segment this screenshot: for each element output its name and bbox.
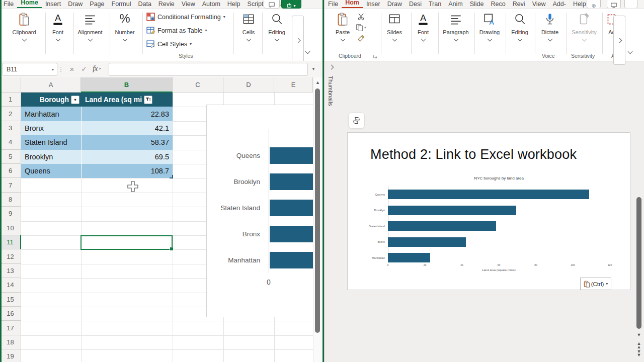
tab-insert[interactable]: Insert [42, 1, 64, 8]
filter-icon[interactable]: ▾ [71, 96, 79, 104]
excel-cells-button[interactable]: Cells [236, 12, 261, 41]
tab-reco[interactable]: Reco [487, 1, 509, 8]
row-header-12[interactable]: 12 [0, 249, 21, 263]
cancel-button[interactable]: × [66, 63, 77, 75]
row-header-16[interactable]: 16 [0, 307, 21, 321]
selected-cell-b11[interactable] [80, 235, 173, 250]
insert-function-button[interactable]: fx▾ [91, 63, 103, 75]
slides-button[interactable]: Slides [383, 12, 406, 41]
tab-hom[interactable]: Hom [342, 0, 363, 8]
ppt-font-button[interactable]: A Font [413, 12, 433, 41]
copilot-button[interactable] [348, 112, 365, 129]
slide-canvas[interactable]: Method 2: Link to Excel workbook NYC bor… [347, 132, 630, 290]
copy-button[interactable]: ▾ [356, 24, 366, 31]
conditional-formatting-button[interactable]: Conditional Formatting ▾ [146, 10, 225, 24]
column-header-C[interactable]: C [173, 77, 223, 93]
excel-floating-chart[interactable]: QueensBrooklynStaten IslandBronxManhatta… [206, 105, 313, 317]
tab-view[interactable]: View [178, 1, 199, 8]
tab-view[interactable]: View [529, 1, 549, 8]
table-resize-handle[interactable] [170, 175, 173, 178]
table-cell-area[interactable]: 58.37 [81, 135, 173, 149]
formula-bar-expand-button[interactable]: ▾ [309, 63, 318, 75]
paste-options-button[interactable]: (Ctrl) ▾ [580, 278, 611, 290]
tab-revi[interactable]: Revi [509, 1, 529, 8]
row-header-1[interactable]: 1 [0, 93, 21, 107]
excel-scrollbar-thumb[interactable] [315, 88, 320, 333]
thumbnails-pane-collapsed[interactable]: Thumbnails [328, 65, 338, 106]
sensitivity-button[interactable]: Sensitivity [568, 12, 600, 41]
cell-styles-button[interactable]: Cell Styles ▾ [146, 37, 225, 51]
row-header-17[interactable]: 17 [0, 321, 21, 335]
ppt-editing-button[interactable]: Editing [508, 12, 532, 41]
fill-handle[interactable] [170, 247, 174, 251]
row-header-6[interactable]: 6 [0, 164, 21, 178]
tab-formul[interactable]: Formul [108, 1, 135, 8]
table-cell-area[interactable]: 108.7 [81, 164, 173, 178]
row-header-15[interactable]: 15 [0, 293, 21, 307]
row-header-7[interactable]: 7 [0, 178, 21, 192]
row-header-13[interactable]: 13 [0, 264, 21, 278]
tab-page[interactable]: Page [86, 1, 108, 8]
row-header-2[interactable]: 2 [0, 107, 21, 121]
drawing-button[interactable]: A Drawing [476, 12, 503, 41]
clipboard-dialog-launcher[interactable] [373, 54, 377, 59]
row-header-9[interactable]: 9 [0, 207, 21, 221]
tab-autom[interactable]: Autom [199, 1, 224, 8]
slide-chart[interactable]: NYC boroughs by land areaQueensBrooklynS… [348, 133, 631, 291]
excel-font-button[interactable]: A Font [47, 12, 68, 41]
excel-ribbon-expand-button[interactable] [292, 16, 304, 65]
format-as-table-button[interactable]: Format as Table ▾ [146, 24, 225, 37]
tab-anim[interactable]: Anim [445, 1, 466, 8]
filter-sort-icon[interactable] [144, 96, 152, 104]
excel-comment-button[interactable] [264, 0, 280, 9]
dictate-button[interactable]: Dictate [537, 12, 563, 41]
table-cell-borough[interactable]: Staten Island [21, 135, 81, 149]
formula-bar-grip[interactable]: ⋮ [58, 63, 63, 75]
ppt-vertical-scrollbar[interactable]: ▼ ▲▲ ▼▼ [635, 65, 643, 362]
row-header-5[interactable]: 5 [0, 150, 21, 164]
tab-draw[interactable]: Draw [64, 1, 86, 8]
table-header-borough[interactable]: Borough▾ [21, 93, 81, 107]
tab-add[interactable]: Add- [549, 1, 570, 8]
window-button[interactable] [624, 0, 637, 9]
tab-desi[interactable]: Desi [406, 1, 425, 8]
tab-file[interactable]: File [0, 1, 17, 8]
excel-vertical-scrollbar[interactable]: ▲ [313, 77, 322, 362]
tab-home[interactable]: Home [17, 0, 42, 8]
row-header-10[interactable]: 10 [0, 221, 21, 235]
tab-slide[interactable]: Slide [466, 1, 488, 8]
scroll-down-icon[interactable]: ▼ [635, 333, 643, 337]
tab-data[interactable]: Data [134, 1, 154, 8]
next-slide-icon[interactable]: ▼▼ [635, 350, 643, 357]
previous-slide-icon[interactable]: ▲▲ [635, 342, 643, 349]
excel-number-button[interactable]: % Number [112, 12, 138, 41]
column-header-B[interactable]: B [81, 77, 173, 93]
row-header-18[interactable]: 18 [0, 335, 21, 349]
scroll-up-icon[interactable]: ▲ [313, 80, 322, 85]
table-cell-borough[interactable]: Bronx [21, 121, 81, 135]
table-cell-borough[interactable]: Manhattan [21, 107, 81, 121]
name-box[interactable]: B11 ▾ [2, 63, 57, 76]
paste-button[interactable]: Paste [332, 12, 354, 41]
tab-file[interactable]: File [325, 1, 342, 8]
tab-revie[interactable]: Revie [155, 1, 178, 8]
column-header-A[interactable]: A [21, 77, 81, 93]
ppt-ribbon-expand-button[interactable] [613, 16, 625, 65]
cut-icon[interactable] [357, 13, 365, 20]
row-header-3[interactable]: 3 [0, 121, 21, 135]
table-cell-borough[interactable]: Brooklyn [21, 150, 81, 164]
table-header-land-area[interactable]: Land Area (sq mi [81, 93, 173, 107]
excel-ribbon-collapse-button[interactable] [306, 48, 309, 53]
ppt-scrollbar-thumb[interactable] [636, 197, 641, 329]
column-header-E[interactable]: E [274, 77, 313, 93]
tab-inser[interactable]: Inser [363, 1, 384, 8]
row-header-19[interactable]: 19 [0, 349, 21, 362]
excel-editing-button[interactable]: Editing [264, 12, 289, 41]
format-painter-icon[interactable] [357, 35, 365, 42]
present-button[interactable] [607, 0, 621, 9]
record-button[interactable]: ◎ [587, 0, 601, 9]
column-header-D[interactable]: D [223, 77, 274, 93]
tab-help[interactable]: Help [224, 1, 244, 8]
excel-share-button[interactable]: ▾ [281, 0, 301, 9]
formula-input[interactable] [109, 63, 308, 76]
